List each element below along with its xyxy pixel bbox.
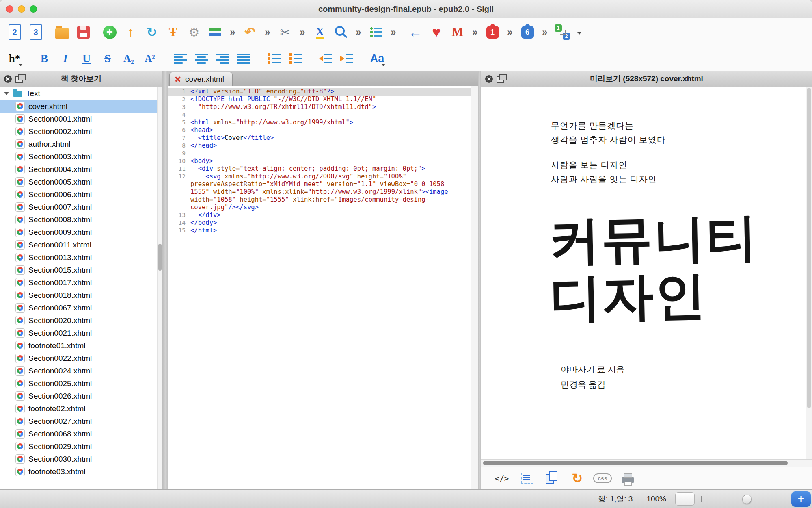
underline-icon[interactable]: U xyxy=(77,48,96,69)
select-all-icon[interactable] xyxy=(517,468,537,489)
file-item[interactable]: Section0006.xhtml xyxy=(0,188,162,201)
book-view-icon[interactable]: 2 xyxy=(5,22,24,43)
close-panel-icon[interactable] xyxy=(485,75,493,83)
code-line[interactable]: 1<?xml version="1.0" encoding="utf-8"?> xyxy=(168,88,471,96)
cut-icon[interactable]: ✂ xyxy=(276,22,294,43)
toolbar-dropdown-icon[interactable] xyxy=(574,22,584,43)
file-item[interactable]: Section0011.xhtml xyxy=(0,239,162,251)
file-item[interactable]: Section0067.xhtml xyxy=(0,302,162,314)
file-item[interactable]: Section0001.xhtml xyxy=(0,113,162,125)
insert-file-icon[interactable]: ↑ xyxy=(121,22,140,43)
bullet-list-icon[interactable] xyxy=(265,48,283,69)
file-item[interactable]: author.xhtml xyxy=(0,138,162,150)
file-item[interactable]: Section0002.xhtml xyxy=(0,125,162,138)
save-icon[interactable] xyxy=(74,22,93,43)
indent-icon[interactable] xyxy=(337,48,356,69)
code-line[interactable]: 3 "http://www.w3.org/TR/xhtml11/DTD/xhtm… xyxy=(168,103,471,111)
align-right-icon[interactable] xyxy=(213,48,232,69)
spellcheck-icon[interactable]: X xyxy=(311,22,329,43)
expander-icon[interactable] xyxy=(4,92,9,95)
add-existing-icon[interactable]: + xyxy=(100,22,119,43)
file-item[interactable]: Section0025.xhtml xyxy=(0,377,162,390)
zoom-slider[interactable] xyxy=(701,494,766,504)
back-icon[interactable]: ← xyxy=(406,22,425,43)
splitter-left[interactable] xyxy=(162,71,168,489)
tab-close-icon[interactable] xyxy=(175,76,181,82)
italic-icon[interactable]: I xyxy=(56,48,75,69)
undo-icon[interactable]: ↶ xyxy=(241,22,259,43)
copy-icon[interactable] xyxy=(542,468,562,489)
code-line[interactable]: 5<html xmlns="http://www.w3.org/1999/xht… xyxy=(168,119,471,126)
plugin-setup-icon[interactable]: 12 xyxy=(553,22,572,43)
casing-menu-icon[interactable]: Aa xyxy=(368,48,387,69)
align-left-icon[interactable] xyxy=(171,48,190,69)
file-item[interactable]: cover.xhtml xyxy=(0,100,162,113)
heading-menu-icon[interactable]: h* xyxy=(5,48,24,69)
overflow-icon[interactable]: » xyxy=(262,22,273,43)
file-item[interactable]: footnote01.xhtml xyxy=(0,339,162,352)
code-line[interactable]: 2<!DOCTYPE html PUBLIC "-//W3C//DTD XHTM… xyxy=(168,96,471,103)
folder-row-text[interactable]: Text xyxy=(0,87,162,100)
file-item[interactable]: Section0013.xhtml xyxy=(0,251,162,264)
reload-icon[interactable]: ↻ xyxy=(143,22,161,43)
code-line[interactable]: 6<head> xyxy=(168,126,471,134)
file-item[interactable]: Section0005.xhtml xyxy=(0,176,162,188)
align-center-icon[interactable] xyxy=(192,48,211,69)
overflow-icon[interactable]: » xyxy=(227,22,238,43)
code-line[interactable]: 7 <title>Cover</title> xyxy=(168,134,471,142)
scrollbar-thumb[interactable] xyxy=(483,461,788,465)
insert-title-icon[interactable]: Ŧ xyxy=(164,22,182,43)
editor-scrollbar[interactable] xyxy=(471,86,478,489)
file-item[interactable]: Section0018.xhtml xyxy=(0,289,162,302)
preview-hscrollbar[interactable] xyxy=(481,459,812,467)
plugin-one-icon[interactable]: 1 xyxy=(483,22,502,43)
overflow-icon[interactable]: » xyxy=(353,22,364,43)
code-line[interactable]: 12 <svg xmlns="http://www.w3.org/2000/sv… xyxy=(168,173,471,211)
file-item[interactable]: Section0021.xhtml xyxy=(0,327,162,339)
code-line[interactable]: 4 xyxy=(168,111,471,119)
zoom-in-button[interactable]: + xyxy=(791,491,811,507)
outdent-icon[interactable] xyxy=(316,48,335,69)
file-item[interactable]: Section0026.xhtml xyxy=(0,390,162,402)
file-item[interactable]: Section0015.xhtml xyxy=(0,264,162,276)
zoom-slider-knob[interactable] xyxy=(742,495,752,504)
file-item[interactable]: Section0027.xhtml xyxy=(0,415,162,428)
zoom-window-button[interactable] xyxy=(30,5,37,13)
open-icon[interactable] xyxy=(53,22,71,43)
code-line[interactable]: 10<body> xyxy=(168,157,471,165)
zoom-out-button[interactable]: − xyxy=(675,492,695,506)
split-section-icon[interactable] xyxy=(206,22,225,43)
code-editor[interactable]: 1<?xml version="1.0" encoding="utf-8"?>2… xyxy=(168,86,478,489)
float-panel-icon[interactable] xyxy=(15,76,23,83)
file-item[interactable]: Section0022.xhtml xyxy=(0,352,162,365)
file-item[interactable]: Section0030.xhtml xyxy=(0,453,162,465)
inspect-icon[interactable]: </> xyxy=(492,468,512,489)
code-line[interactable]: 13 </div> xyxy=(168,211,471,219)
close-window-button[interactable] xyxy=(6,5,13,13)
overflow-icon[interactable]: » xyxy=(469,22,481,43)
align-justify-icon[interactable] xyxy=(234,48,253,69)
index-icon[interactable] xyxy=(367,22,385,43)
float-panel-icon[interactable] xyxy=(497,76,504,83)
code-line[interactable]: 11 <div style="text-align: center; paddi… xyxy=(168,165,471,173)
file-item[interactable]: Section0003.xhtml xyxy=(0,150,162,163)
scrollbar-thumb[interactable] xyxy=(158,244,162,271)
minimize-window-button[interactable] xyxy=(18,5,25,13)
file-item[interactable]: Section0020.xhtml xyxy=(0,314,162,327)
css-icon[interactable]: css xyxy=(592,468,613,489)
overflow-icon[interactable]: » xyxy=(504,22,516,43)
file-item[interactable]: Section0024.xhtml xyxy=(0,365,162,377)
file-item[interactable]: Section0009.xhtml xyxy=(0,226,162,239)
overflow-icon[interactable]: » xyxy=(539,22,551,43)
subscript-icon[interactable]: A₂ xyxy=(119,48,138,69)
settings-icon[interactable]: ⚙ xyxy=(185,22,203,43)
preview-vscrollbar[interactable] xyxy=(806,87,812,459)
file-item[interactable]: Section0008.xhtml xyxy=(0,213,162,226)
find-icon[interactable] xyxy=(332,22,350,43)
strikethrough-icon[interactable]: S xyxy=(98,48,117,69)
splitter-right[interactable] xyxy=(478,71,481,489)
tab-cover-xhtml[interactable]: cover.xhtml xyxy=(169,72,233,86)
bold-icon[interactable]: B xyxy=(35,48,54,69)
code-line[interactable]: 15</html> xyxy=(168,227,471,234)
donate-icon[interactable]: ♥ xyxy=(427,22,446,43)
